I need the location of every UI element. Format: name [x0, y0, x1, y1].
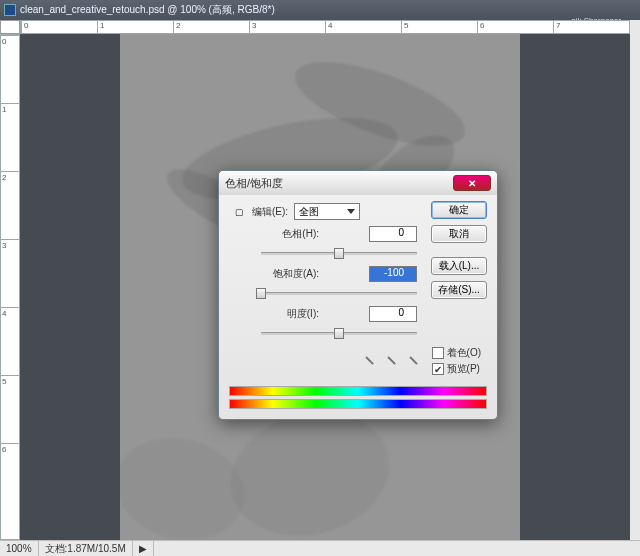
chevron-down-icon	[347, 209, 355, 214]
saturation-label: 饱和度(A):	[261, 267, 319, 281]
eyedropper-add-icon[interactable]	[383, 352, 403, 372]
dialog-title-text: 色相/饱和度	[225, 176, 283, 191]
colorize-label: 着色(O)	[447, 346, 481, 360]
ok-button[interactable]: 确定	[431, 201, 487, 219]
load-button[interactable]: 载入(L)...	[431, 257, 487, 275]
hue-input[interactable]: 0	[369, 226, 417, 242]
hue-spectrum-output	[229, 399, 487, 409]
edit-range-value: 全图	[299, 205, 319, 219]
eyedropper-group	[364, 355, 422, 369]
lightness-input[interactable]: 0	[369, 306, 417, 322]
status-bar: 100% 文档:1.87M/10.5M ▶	[0, 540, 640, 556]
preview-label: 预览(P)	[447, 362, 480, 376]
document-tab[interactable]: clean_and_creative_retouch.psd @ 100% (高…	[0, 0, 640, 20]
edit-range-dropdown[interactable]: 全图	[294, 203, 360, 220]
close-icon: ✕	[468, 178, 476, 189]
dialog-titlebar[interactable]: 色相/饱和度 ✕	[219, 171, 497, 195]
document-title: clean_and_creative_retouch.psd @ 100% (高…	[20, 3, 275, 17]
preview-checkbox[interactable]: ✔预览(P)	[432, 362, 481, 376]
hue-spectrum-input	[229, 386, 487, 396]
doc-size: 文档:1.87M/10.5M	[39, 541, 133, 556]
hue-slider[interactable]	[261, 246, 417, 260]
status-menu-arrow[interactable]: ▶	[133, 541, 154, 556]
eyedropper-subtract-icon[interactable]	[405, 352, 425, 372]
hue-saturation-dialog: 色相/饱和度 ✕ 确定 取消 载入(L)... 存储(S)... ▢ 编辑(E)…	[218, 170, 498, 420]
ruler-vertical[interactable]: 0123456	[0, 34, 20, 540]
colorize-checkbox[interactable]: 着色(O)	[432, 346, 481, 360]
edit-label: 编辑(E):	[248, 205, 288, 219]
ruler-origin[interactable]	[0, 20, 20, 34]
close-button[interactable]: ✕	[453, 175, 491, 191]
cancel-button[interactable]: 取消	[431, 225, 487, 243]
saturation-input[interactable]: -100	[369, 266, 417, 282]
eyedropper-icon[interactable]	[361, 352, 381, 372]
lightness-label: 明度(I):	[261, 307, 319, 321]
save-button[interactable]: 存储(S)...	[431, 281, 487, 299]
hue-label: 色相(H):	[261, 227, 319, 241]
dialog-button-column: 确定 取消 载入(L)... 存储(S)...	[431, 201, 487, 305]
lightness-slider[interactable]	[261, 326, 417, 340]
edit-group-toggle[interactable]: ▢	[235, 207, 244, 217]
zoom-level[interactable]: 100%	[0, 541, 39, 556]
ps-file-icon	[4, 4, 16, 16]
saturation-slider[interactable]	[261, 286, 417, 300]
scrollbar-vertical[interactable]	[630, 20, 640, 540]
ruler-horizontal[interactable]: 01234567	[20, 20, 630, 34]
